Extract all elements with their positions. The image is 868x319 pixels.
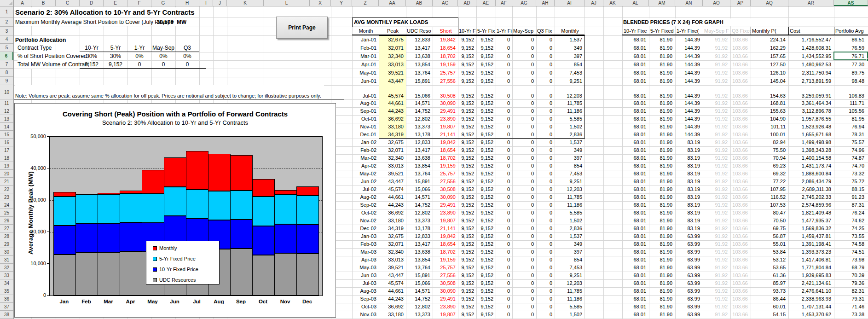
blended-cell[interactable]: 81.90 [649, 69, 675, 77]
legend-item[interactable]: UDC Resources [153, 277, 196, 283]
column-header-X[interactable]: X [310, 0, 331, 6]
avg-cell[interactable]: 9,152 [458, 256, 476, 264]
blended-cell[interactable]: 83.19 [675, 186, 703, 193]
allocation-row-label[interactable]: % of Short Position Covered [17, 52, 89, 60]
blended-cell[interactable]: 74.96 [834, 146, 868, 154]
column-header-E[interactable]: E [104, 0, 127, 6]
blended-cell[interactable]: 2,713,891.59 [788, 77, 834, 85]
avg-cell[interactable]: 32,340 [379, 248, 406, 256]
column-header-AC[interactable]: AC [433, 0, 458, 6]
blended-cell[interactable]: 91.92 [703, 256, 730, 264]
blended-cell[interactable]: 88.15 [834, 186, 868, 193]
blended-cell[interactable]: 68.01 [622, 264, 649, 272]
legend-item[interactable]: Monthly [153, 245, 177, 251]
avg-cell[interactable]: 36,692 [379, 209, 406, 217]
avg-cell[interactable]: 0 [512, 131, 536, 139]
avg-cell[interactable]: 19,159 [433, 256, 458, 264]
avg-cell[interactable]: 0 [536, 201, 555, 209]
blended-cell[interactable]: 103.66 [730, 170, 751, 178]
blended-cell[interactable]: 68.01 [622, 115, 649, 123]
blended-cell[interactable]: 98.48 [834, 77, 868, 85]
allocation-value-cell[interactable]: 0 [127, 60, 151, 69]
avg-header-AI[interactable]: Monthly [555, 27, 584, 35]
row-header-27[interactable]: 27 [0, 225, 13, 232]
blended-cell[interactable]: 91.92 [703, 52, 730, 60]
avg-cell[interactable]: 11,785 [555, 287, 584, 295]
avg-cell[interactable]: 9,152 [458, 131, 476, 139]
selected-cell-outline[interactable] [833, 52, 868, 60]
avg-cell[interactable]: 23,890 [433, 303, 458, 311]
blended-cell[interactable]: 103.66 [730, 52, 751, 60]
blended-cell[interactable]: 73.98 [834, 256, 868, 264]
avg-cell[interactable]: 9,152 [458, 99, 476, 107]
avg-cell[interactable]: 44,243 [379, 201, 406, 209]
blended-cell[interactable]: 103.66 [730, 287, 751, 295]
avg-cell[interactable]: 0 [496, 44, 512, 52]
blended-cell[interactable]: 91.92 [703, 107, 730, 115]
avg-cell[interactable]: 1,537 [555, 139, 584, 146]
avg-cell[interactable]: 45,574 [379, 186, 406, 193]
avg-cell[interactable]: 0 [512, 178, 536, 186]
avg-cell[interactable]: 9,152 [458, 240, 476, 248]
avg-header-AE[interactable]: 5-Yr Fix [476, 27, 496, 35]
blended-cell[interactable]: 103.66 [730, 35, 751, 44]
blended-cell[interactable]: 116.52 [751, 193, 788, 201]
avg-cell[interactable]: 15,891 [406, 272, 433, 279]
blended-cell[interactable]: 91.92 [703, 178, 730, 186]
avg-cell[interactable]: 1,502 [555, 311, 584, 319]
blended-cell[interactable]: 144.39 [675, 52, 703, 60]
row-header-36[interactable]: 36 [0, 295, 13, 303]
avg-cell[interactable]: 0 [496, 248, 512, 256]
avg-cell[interactable]: 0 [496, 139, 512, 146]
blended-cell[interactable]: 81.90 [649, 256, 675, 264]
avg-cell[interactable]: 9,152 [458, 146, 476, 154]
avg-cell[interactable]: 33,180 [379, 123, 406, 131]
blended-cell[interactable]: 103.66 [730, 99, 751, 107]
avg-cell[interactable]: 9,152 [458, 178, 476, 186]
avg-cell[interactable]: 0 [536, 60, 555, 69]
avg-cell[interactable]: 0 [496, 146, 512, 154]
avg-cell[interactable]: 0 [496, 60, 512, 69]
blended-cell[interactable]: 73.32 [834, 170, 868, 178]
blended-cell[interactable]: 68.01 [622, 295, 649, 303]
row-header-10[interactable]: 10 [0, 85, 13, 99]
blended-cell[interactable]: 68.01 [622, 77, 649, 85]
avg-cell[interactable]: 27,556 [433, 272, 458, 279]
blended-cell[interactable]: 63.99 [675, 272, 703, 279]
row-header-38[interactable]: 38 [0, 311, 13, 319]
avg-header-AB[interactable]: UDC Reso [406, 27, 433, 35]
column-header-AQ[interactable]: AQ [751, 0, 788, 6]
blended-cell[interactable]: 224.14 [751, 35, 788, 44]
avg-cell[interactable]: 0 [536, 107, 555, 115]
blended-cell[interactable]: 81.90 [649, 264, 675, 272]
avg-cell[interactable]: 0 [496, 193, 512, 201]
blended-cell[interactable]: 83.19 [675, 146, 703, 154]
blended-cell[interactable]: 103.66 [730, 303, 751, 311]
blended-cell[interactable]: 1,391,198.41 [788, 240, 834, 248]
blended-cell[interactable]: 103.66 [730, 225, 751, 232]
avg-cell[interactable]: 0 [512, 248, 536, 256]
blended-cell[interactable]: 103.66 [730, 232, 751, 240]
avg-cell[interactable]: 0 [496, 123, 512, 131]
avg-cell[interactable]: 27,556 [433, 77, 458, 85]
blended-cell[interactable]: 68.01 [622, 225, 649, 232]
avg-cell[interactable]: 0 [536, 115, 555, 123]
row-header-6[interactable]: 6 [0, 52, 13, 60]
blended-cell[interactable]: 103.66 [730, 217, 751, 225]
blended-cell[interactable]: 81.90 [649, 186, 675, 193]
blended-cell[interactable]: 91.92 [703, 99, 730, 107]
blended-cell[interactable]: 69.23 [751, 162, 788, 170]
blended-header-AL[interactable]: 10-Yr Fixe [622, 27, 649, 35]
blended-cell[interactable]: 68.01 [622, 279, 649, 287]
avg-cell[interactable]: 18,702 [433, 154, 458, 162]
blended-cell[interactable]: 2,338,963.93 [788, 295, 834, 303]
blended-cell[interactable]: 75.72 [834, 178, 868, 186]
blended-header-AP[interactable]: Q3 Fixed [730, 27, 751, 35]
allocation-value-cell[interactable]: 0% [151, 52, 175, 60]
avg-cell[interactable]: 9,152 [476, 193, 496, 201]
blended-cell[interactable]: 81.90 [649, 99, 675, 107]
avg-cell[interactable]: 0 [496, 279, 512, 287]
blended-cell[interactable]: 1,453,370.62 [788, 311, 834, 319]
blended-cell[interactable]: 2,745,202.33 [788, 193, 834, 201]
avg-cell[interactable]: 9,152 [476, 99, 496, 107]
